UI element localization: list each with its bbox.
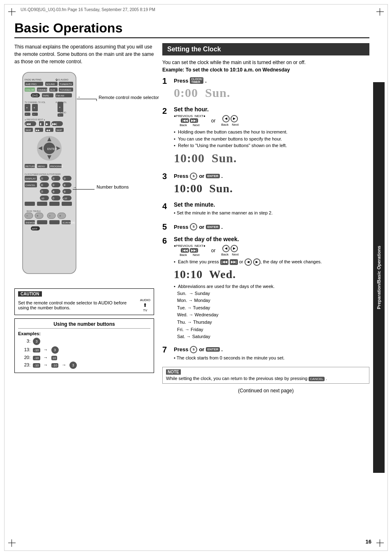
step-6-prev-next-btns: |◀◀ ▶▶| [181,248,198,253]
svg-rect-104 [35,213,43,219]
step-2-bullet-1: Holding down the button causes the hour … [174,129,369,136]
example-13-btn1: -10 [33,348,40,352]
svg-text:③: ③ [63,177,66,180]
svg-text:MTP: MTP [32,228,37,230]
abbr-sun: Sun. → Sunday [177,290,369,297]
svg-text:①: ① [41,177,43,180]
svg-text:TUNER/TV: TUNER/TV [60,83,72,85]
svg-text:−: − [26,113,28,115]
step-1-number: 1 [162,76,171,86]
step-2-left-btn: ◀ [222,115,230,122]
crosshair-br [376,539,384,547]
example-13-arrow: → [44,347,48,352]
step-1-press-text: Press [174,78,188,84]
step-6-right-btn: ▶ [231,245,238,252]
example-23-btn1: -10 [33,363,40,368]
step-6-bullet-1: Each time you press |◀◀ ▶▶| or ◀ ▶, the … [174,258,369,266]
step-3: 3 Press S or ENTER . 10:00 Sun. [162,171,369,197]
svg-rect-102 [25,213,33,219]
step-3-period: . [221,173,223,179]
step-6-arrows: ◀ ▶ Back Next [221,245,238,256]
svg-text:⑦: ⑦ [41,190,43,193]
step-7-content: Press S or ENTER . • The clock starts fr… [174,345,369,363]
step-2-prev-next: ●PREVIOUS NEXT● |◀◀ ▶▶| Back Next [174,114,205,127]
crosshair-tr [376,8,384,16]
example-13-num: 13: [18,347,30,352]
step-2-arrows: ◀ ▶ Back Next [221,115,238,127]
step-6-prev-next: ●PREVIOUS NEXT● |◀◀ ▶▶| Back Next [174,244,205,257]
page-title: Basic Operations [14,21,369,38]
step-5-or-text: or [199,224,204,230]
step-1-content: Press CLOCK/TIMER . 0:00 Sun. [174,76,369,102]
svg-rect-112 [37,220,47,224]
svg-text:DISPLAY: DISPLAY [25,177,36,180]
svg-rect-113 [49,220,60,224]
svg-text:−: − [26,214,28,218]
svg-text:SCAN MODE: SCAN MODE [62,221,75,224]
svg-text:FADE MUTING: FADE MUTING [25,78,42,81]
svg-text:▶▶: ▶▶ [36,129,40,131]
setting-clock-header: Setting the Clock [162,43,369,55]
svg-rect-97 [25,202,35,206]
right-column: Setting the Clock You can set the clock … [162,43,369,394]
step-6-arrow-right-inline: ▶ [253,258,261,266]
step-2-prev-next-btns: |◀◀ ▶▶| [181,118,198,123]
example-3-btn: 3 [33,338,40,345]
step-7-number: 7 [162,345,171,355]
step-2-or: or [211,118,216,124]
svg-text:PROGRAM: PROGRAM [50,165,63,168]
step-3-display: 10:00 Sun. [174,182,369,195]
example-13: 13: -10 → 3 [18,346,150,354]
step-2-bullets: Holding down the button causes the hour … [174,129,369,149]
svg-text:SOUND: SOUND [46,83,55,85]
example-23-arrow2: → [62,362,66,367]
step-6-buttons: ●PREVIOUS NEXT● |◀◀ ▶▶| Back Next or [174,244,369,257]
caution-header: CAUTION [18,291,42,297]
side-label-text: Preparation/Basic Operations [376,246,381,309]
svg-text:|◀◀: |◀◀ [25,122,31,126]
svg-text:−: − [49,214,51,218]
step-6-display: 10:10 Wed. [174,268,369,281]
step-1-clock-btn: CLOCK/TIMER [190,77,203,84]
svg-text:+: + [37,214,39,218]
step-2-back-btn: |◀◀ [181,118,189,123]
step-3-content: Press S or ENTER . 10:00 Sun. [174,171,369,197]
page-number: 16 [366,539,371,545]
intro-text: This manual explains the operations assu… [14,43,154,65]
svg-text:CLOCK/TIMER  ENTER  AUTO/POWER: CLOCK/TIMER ENTER AUTO/POWER [25,173,61,175]
svg-text:▶▶|: ▶▶| [52,122,57,126]
svg-text:→: → [73,185,76,189]
step-7-instruction: Press S or ENTER . [174,346,369,353]
caution-icon: AUDIO ⬆ TV [140,298,150,312]
remote-mode-selector-label: Remote control mode selector [99,95,159,100]
step-6-arrows-back-label: Back [221,253,228,256]
svg-text:SKIP: SKIP [25,129,31,131]
step-2-right-btn: ▶ [231,115,238,122]
examples-label: Examples: [18,331,41,336]
caution-text: Set the remote control mode selector to … [18,300,137,310]
svg-text:-10: -10 [41,197,44,200]
svg-text:CANCEL: CANCEL [25,184,36,187]
step-3-number: 3 [162,171,171,181]
svg-text:▮: ▮ [40,122,42,125]
svg-text:TV/VIDEO: TV/VIDEO [60,89,71,91]
remote-number-buttons-label: Number buttons [97,184,129,189]
svg-text:⑨: ⑨ [63,190,66,193]
example-3-num: 3: [18,339,30,343]
side-label: Preparation/Basic Operations [373,82,385,473]
step-6-next-label: Next [193,253,199,257]
step-3-circle-btn: S [190,173,197,180]
number-buttons-title: Using the number buttons [18,321,150,329]
step-6-arrows-labels: Back Next [221,253,238,256]
step-3-or-text: or [199,173,204,179]
svg-text:AHB PRO: AHB PRO [25,83,37,85]
step-2-prev-label: ●PREVIOUS NEXT● [174,114,205,118]
svg-text:+: + [33,106,35,110]
svg-text:+: + [59,214,61,218]
step-1: 1 Press CLOCK/TIMER . 0:00 Sun. [162,76,369,102]
step-5-period: . [221,224,223,230]
abbr-fri: Fri. → Friday [177,326,369,334]
remote-illustration-container: FADE MUTING ⏻/1 AUDIO AHB PRO SOUND TUNE… [14,70,101,285]
step-6-back-label: Back [180,253,187,257]
step-5-number: 5 [162,222,171,232]
